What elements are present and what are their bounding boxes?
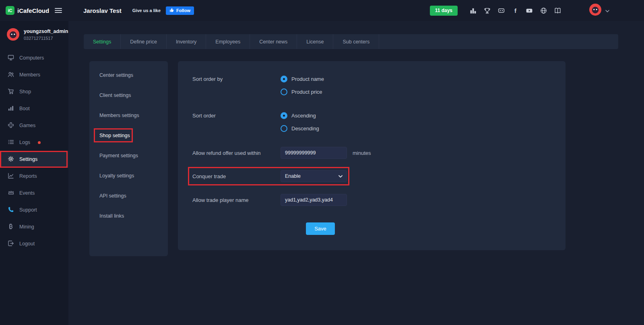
sidebar-item-logout[interactable]: Logout [0,235,68,252]
conquer-trade-select[interactable]: Enable [281,170,347,182]
thumbs-up-icon [169,8,174,13]
brand[interactable]: iC iCafeCloud [6,6,49,15]
sidebar: youngzsoft_admin 032712711517 Computers … [0,21,68,325]
cart-icon [8,88,14,96]
radio-label: Product name [291,76,324,82]
sidebar-item-members[interactable]: Members [0,66,68,83]
submenu-install-links[interactable]: Install links [89,206,168,226]
refund-row: Allow refund offer used within minutes [192,147,566,159]
sidebar-item-logs[interactable]: Logs [0,134,68,151]
sort-order-row: Sort order Ascending Descending [192,111,566,132]
radio-product-price[interactable]: Product price [281,88,324,96]
profile-id: 032712711517 [24,36,68,41]
tab-employees[interactable]: Employees [206,34,250,49]
settings-tabs: Settings Define price Inventory Employee… [84,34,618,49]
conquer-trade-row: Conquer trade Enable [192,170,566,182]
profile-name: youngzsoft_admin [24,28,68,34]
tab-sub-centers[interactable]: Sub centers [333,34,379,49]
trade-players-input[interactable] [281,194,347,206]
sort-order-options: Ascending Descending [281,111,319,132]
topbar: iC iCafeCloud Jaroslav Test Give us a li… [0,0,644,21]
trophy-icon[interactable] [482,5,492,16]
sort-order-by-row: Sort order by Product name Product price [192,75,566,96]
bitcoin-icon [8,223,14,231]
chevron-down-icon [339,173,343,179]
refund-minutes-input[interactable] [281,147,347,159]
give-us-a-like-label: Give us a like [132,8,161,13]
handbook-icon[interactable] [552,5,563,16]
radio-label: Product price [291,89,322,95]
content-row: Center settings Client settings Members … [89,61,644,256]
submenu-api-settings[interactable]: API settings [89,186,168,206]
main-content: Settings Define price Inventory Employee… [68,21,644,325]
radio-icon[interactable] [281,88,287,95]
sidebar-item-shop[interactable]: Shop [0,83,68,100]
settings-submenu: Center settings Client settings Members … [89,61,168,256]
topbar-right: 11 days f [430,3,644,18]
brand-zone: iC iCafeCloud [0,6,68,15]
sidebar-item-games[interactable]: Games [0,117,68,134]
sidebar-item-settings[interactable]: Settings [0,151,68,168]
tab-settings[interactable]: Settings [84,34,121,49]
submenu-shop-settings[interactable]: Shop settings [89,125,168,146]
account-menu[interactable] [589,3,609,18]
logout-icon [8,240,14,248]
sidebar-nav: Computers Members Shop Boot Games Logs S… [0,49,68,252]
games-icon [8,122,14,130]
radio-product-name[interactable]: Product name [281,75,324,83]
ranking-icon[interactable] [468,5,478,16]
sidebar-item-boot[interactable]: Boot [0,100,68,117]
radio-ascending[interactable]: Ascending [281,111,319,119]
radio-label: Ascending [291,113,316,119]
monitor-icon [8,54,14,62]
tab-center-news[interactable]: Center news [250,34,297,49]
submenu-client-settings[interactable]: Client settings [89,85,168,105]
discord-icon[interactable] [496,5,506,16]
sidebar-item-label: Computers [19,55,44,61]
sidebar-item-computers[interactable]: Computers [0,49,68,66]
sidebar-item-label: Logs [19,140,30,145]
radio-icon[interactable] [281,125,287,132]
tab-define-price[interactable]: Define price [121,34,167,49]
submenu-loyalty-settings[interactable]: Loyalty settings [89,166,168,186]
submenu-center-settings[interactable]: Center settings [89,65,168,85]
brand-name: iCafeCloud [17,7,49,14]
members-icon [8,71,14,79]
svg-text:f: f [514,7,516,14]
facebook-follow-button[interactable]: Follow [166,6,194,15]
conquer-trade-label: Conquer trade [192,173,281,179]
submenu-item-label: Shop settings [99,133,130,138]
shop-settings-panel: Sort order by Product name Product price… [178,61,566,250]
radio-descending[interactable]: Descending [281,124,319,132]
sidebar-item-mining[interactable]: Mining [0,218,68,235]
tab-inventory[interactable]: Inventory [167,34,206,49]
tab-license[interactable]: License [297,34,333,49]
unread-dot [38,141,41,144]
submenu-members-settings[interactable]: Members settings [89,105,168,125]
sidebar-item-label: Support [19,207,37,213]
brand-logo-icon: iC [6,6,14,15]
hamburger-menu-icon[interactable] [55,8,62,13]
facebook-icon[interactable]: f [510,5,520,16]
youtube-icon[interactable] [524,5,535,16]
user-avatar [589,3,602,18]
phone-icon [8,206,14,214]
sidebar-item-reports[interactable]: Reports [0,168,68,185]
radio-icon[interactable] [281,76,287,82]
save-button[interactable]: Save [306,222,335,235]
radio-label: Descending [291,125,319,132]
boot-icon [8,105,14,113]
sidebar-item-label: Events [19,190,35,196]
radio-icon[interactable] [281,112,287,119]
license-days-badge[interactable]: 11 days [430,6,458,16]
page-title: Jaroslav Test [83,7,122,14]
sort-order-by-options: Product name Product price [281,75,324,96]
logs-icon [8,139,14,146]
sidebar-item-support[interactable]: Support [0,202,68,218]
globe-icon[interactable] [538,5,549,16]
submenu-payment-settings[interactable]: Payment settings [89,146,168,166]
sidebar-item-events[interactable]: Events [0,185,68,202]
sidebar-item-label: Logout [19,241,35,247]
trade-players-row: Allow trade player name [192,194,566,206]
sort-order-label: Sort order [192,111,281,132]
